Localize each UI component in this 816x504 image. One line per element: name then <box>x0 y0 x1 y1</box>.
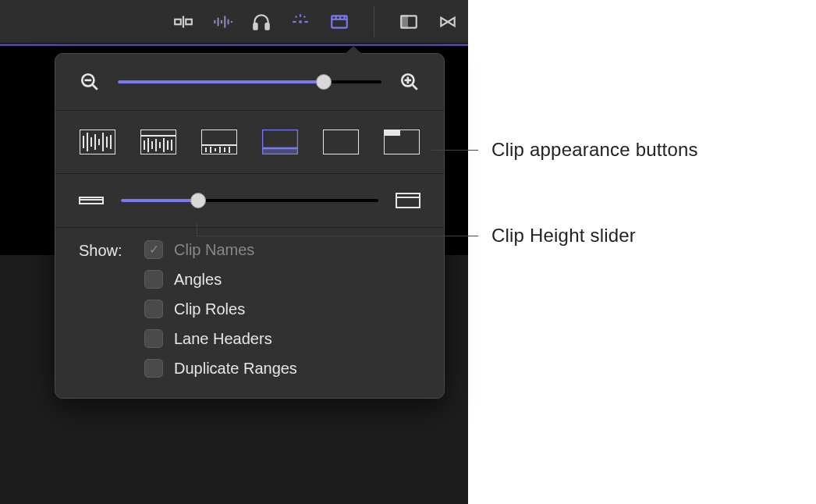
checkbox[interactable] <box>144 359 163 378</box>
skimming-icon[interactable] <box>289 11 311 33</box>
svg-rect-9 <box>254 23 257 30</box>
svg-rect-11 <box>299 20 301 23</box>
svg-rect-23 <box>401 16 407 27</box>
show-section: Show: ✓Clip NamesAnglesClip RolesLane He… <box>55 228 444 378</box>
clip-appearance-filmstrip-only[interactable] <box>322 128 360 156</box>
checkbox: ✓ <box>144 240 163 259</box>
show-item-label: Angles <box>174 271 222 289</box>
show-item-label: Lane Headers <box>174 330 272 348</box>
zoom-row <box>55 54 444 111</box>
svg-rect-1 <box>175 19 181 24</box>
show-item-label: Duplicate Ranges <box>174 360 297 378</box>
show-item-label: Clip Names <box>174 241 254 259</box>
svg-line-25 <box>92 84 98 90</box>
clip-appearance-waveform-large[interactable] <box>140 128 177 156</box>
callout-line <box>431 150 478 151</box>
checkbox[interactable] <box>144 329 163 348</box>
svg-rect-60 <box>262 148 298 154</box>
toolbar <box>0 0 468 44</box>
show-option-clip-names: ✓Clip Names <box>144 240 297 259</box>
trim-icon[interactable] <box>172 11 194 33</box>
svg-rect-61 <box>323 130 359 154</box>
audio-waveform-icon[interactable] <box>211 11 233 33</box>
svg-rect-63 <box>384 130 399 135</box>
show-option-angles[interactable]: Angles <box>144 270 297 289</box>
checkbox[interactable] <box>144 300 163 318</box>
show-option-duplicate-ranges[interactable]: Duplicate Ranges <box>144 359 297 378</box>
callout-height: Clip Height slider <box>491 225 636 247</box>
show-label: Show: <box>79 240 144 378</box>
clip-height-slider[interactable] <box>121 193 378 208</box>
headphones-icon[interactable] <box>250 11 272 33</box>
clip-height-row <box>55 174 444 228</box>
show-item-label: Clip Roles <box>174 300 245 318</box>
svg-rect-10 <box>265 23 268 30</box>
svg-rect-66 <box>396 193 420 208</box>
bowtie-icon[interactable] <box>437 11 459 33</box>
clip-appearance-waveform-small-filmstrip[interactable] <box>200 128 238 156</box>
svg-rect-13 <box>304 20 307 22</box>
svg-rect-15 <box>303 15 306 17</box>
clip-tall-icon <box>396 191 420 210</box>
clip-appearance-buttons <box>55 111 444 174</box>
zoom-slider[interactable] <box>118 74 381 90</box>
clip-appearance-waveform-only[interactable] <box>79 128 116 156</box>
callout-line <box>197 223 197 236</box>
callout-line <box>197 236 478 236</box>
zoom-in-icon[interactable] <box>399 71 420 93</box>
toolbar-separator <box>374 6 374 37</box>
zoom-out-icon[interactable] <box>79 71 101 93</box>
show-option-lane-headers[interactable]: Lane Headers <box>144 329 297 348</box>
clip-appearance-icon[interactable] <box>328 11 350 33</box>
app-region: Show: ✓Clip NamesAnglesClip RolesLane He… <box>0 0 468 504</box>
clip-appearance-filmstrip-large[interactable] <box>383 128 420 156</box>
show-option-clip-roles[interactable]: Clip Roles <box>144 300 297 318</box>
clip-appearance-filmstrip-waveform-under[interactable] <box>261 128 299 156</box>
callout-appearance: Clip appearance buttons <box>491 139 698 161</box>
clip-short-icon <box>79 191 104 210</box>
show-list: ✓Clip NamesAnglesClip RolesLane HeadersD… <box>144 240 297 378</box>
clip-appearance-popover: Show: ✓Clip NamesAnglesClip RolesLane He… <box>55 53 445 399</box>
svg-rect-14 <box>295 15 297 17</box>
sidebar-icon[interactable] <box>398 11 420 33</box>
svg-rect-16 <box>300 14 301 16</box>
checkbox[interactable] <box>144 270 163 289</box>
svg-rect-12 <box>293 20 296 22</box>
svg-line-28 <box>412 84 417 90</box>
svg-rect-2 <box>186 19 192 24</box>
